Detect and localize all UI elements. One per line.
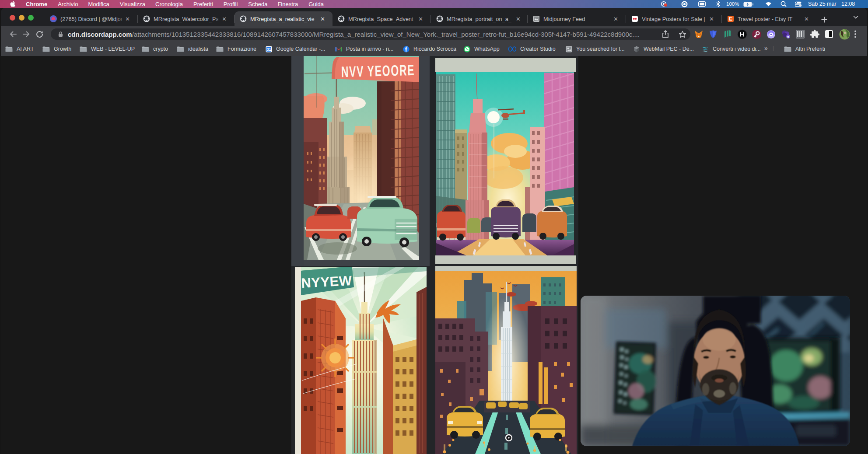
- svg-text:NYYEW: NYYEW: [301, 273, 352, 291]
- svg-text:NVV YEOORE: NVV YEOORE: [341, 61, 415, 80]
- svg-text:31: 31: [266, 47, 271, 52]
- svg-text:E: E: [729, 16, 732, 21]
- svg-text:5: 5: [787, 35, 789, 39]
